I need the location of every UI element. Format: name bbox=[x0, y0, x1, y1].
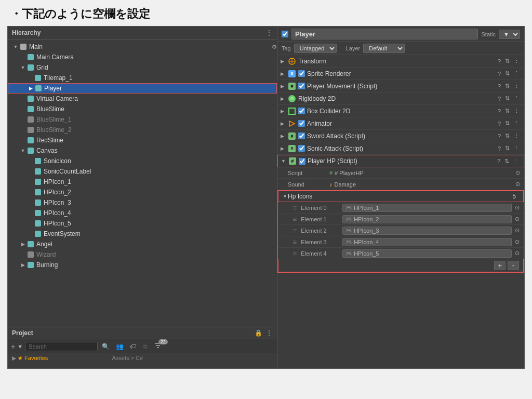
comp-pm-checkbox[interactable] bbox=[298, 83, 305, 89]
comp-transform[interactable]: ▶ Transform ? ⇅ ⋮ bbox=[277, 55, 524, 68]
add-element-btn[interactable]: + bbox=[494, 261, 506, 270]
comp-help-btn[interactable]: ? bbox=[496, 83, 502, 89]
favorites-label[interactable]: ★ Favorites bbox=[18, 355, 48, 361]
layer-dropdown[interactable]: Default bbox=[363, 44, 405, 53]
remove-element-btn[interactable]: - bbox=[508, 261, 519, 270]
comp-player-movement[interactable]: ▶ # Player Movement (Script) ? ⇅ ⋮ bbox=[277, 80, 524, 92]
object-active-checkbox[interactable] bbox=[282, 31, 288, 37]
tree-item-sonicicon[interactable]: SonicIcon bbox=[8, 156, 277, 166]
tree-item-wizard[interactable]: Wizard bbox=[8, 249, 277, 260]
comp-bc-checkbox[interactable] bbox=[298, 108, 305, 114]
comp-layout-btn[interactable]: ⇅ bbox=[503, 108, 511, 114]
tree-item-hpicon3[interactable]: HPIcon_3 bbox=[8, 197, 277, 208]
tree-item-main-camera[interactable]: Main Camera bbox=[8, 52, 277, 62]
tree-item-blueslime1[interactable]: BlueSlime_1 bbox=[8, 114, 277, 125]
comp-help-btn[interactable]: ? bbox=[496, 158, 502, 164]
tree-item-blueslime[interactable]: BlueSlime bbox=[8, 104, 277, 114]
tree-item-grid[interactable]: ▼ Grid bbox=[8, 62, 277, 73]
tag-dropdown[interactable]: Untagged bbox=[294, 44, 337, 53]
static-dropdown[interactable]: ▼ bbox=[499, 30, 520, 39]
tree-item-virtual-camera[interactable]: Virtual Camera bbox=[8, 94, 277, 104]
comp-layout-btn[interactable]: ⇅ bbox=[503, 120, 511, 127]
tree-item-soniccountlabel[interactable]: SonicCountLabel bbox=[8, 166, 277, 177]
comp-help-btn[interactable]: ? bbox=[496, 108, 502, 114]
comp-player-hp[interactable]: ▼ # Player HP (Script) ? ⇅ ⋮ bbox=[277, 155, 524, 167]
comp-layout-btn[interactable]: ⇅ bbox=[503, 145, 511, 152]
comp-help-btn[interactable]: ? bbox=[496, 133, 502, 139]
project-search-input[interactable] bbox=[25, 342, 98, 351]
comp-sonic-attack[interactable]: ▶ # Sonic Attack (Script) ? ⇅ ⋮ bbox=[277, 142, 524, 155]
comp-layout-btn[interactable]: ⇅ bbox=[503, 132, 511, 139]
add-project-btn[interactable]: + bbox=[11, 342, 15, 351]
script-value: # # PlayerHP bbox=[329, 170, 515, 176]
element-circle-btn-3[interactable]: ⊙ bbox=[515, 238, 520, 245]
comp-menu-btn[interactable]: ⋮ bbox=[512, 158, 521, 165]
comp-anim-checkbox[interactable] bbox=[298, 120, 305, 127]
comp-menu-btn[interactable]: ⋮ bbox=[512, 70, 521, 77]
comp-sword-attack[interactable]: ▶ # Sword Attack (Script) ? ⇅ ⋮ bbox=[277, 130, 524, 142]
comp-box-collider[interactable]: ▶ Box Collider 2D ? ⇅ ⋮ bbox=[277, 105, 524, 117]
comp-menu-btn[interactable]: ⋮ bbox=[512, 132, 521, 139]
element-circle-btn-0[interactable]: ⊙ bbox=[515, 204, 520, 211]
project-panel: Project 🔒 ⋮ + ▼ 🔍 👥 🏷 ☆ 22 bbox=[7, 327, 277, 369]
comp-layout-btn[interactable]: ⇅ bbox=[503, 95, 511, 102]
comp-help-btn[interactable]: ? bbox=[496, 58, 502, 64]
comp-menu-btn[interactable]: ⋮ bbox=[512, 108, 521, 114]
add-remove-row: + - bbox=[278, 259, 524, 272]
tree-item-hpicon4[interactable]: HPIcon_4 bbox=[8, 208, 277, 218]
comp-sprite-renderer[interactable]: ▶ S Sprite Renderer ? ⇅ ⋮ bbox=[277, 68, 524, 80]
element-circle-btn-4[interactable]: ⊙ bbox=[515, 250, 520, 257]
element-circle-btn-2[interactable]: ⊙ bbox=[515, 227, 520, 234]
comp-sa-checkbox[interactable] bbox=[298, 132, 305, 139]
tree-item-main[interactable]: ▼ Main ⚙ bbox=[8, 42, 277, 52]
comp-rb-btns: ? ⇅ ⋮ bbox=[496, 95, 521, 102]
comp-help-btn[interactable]: ? bbox=[496, 71, 502, 77]
comp-layout-btn[interactable]: ⇅ bbox=[503, 70, 511, 77]
project-title: Project bbox=[12, 329, 33, 337]
comp-help-btn[interactable]: ? bbox=[496, 96, 502, 102]
comp-animator[interactable]: ▶ Animator ? ⇅ ⋮ bbox=[277, 117, 524, 130]
comp-layout-btn[interactable]: ⇅ bbox=[503, 83, 511, 89]
comp-sonic-checkbox[interactable] bbox=[298, 145, 305, 152]
tree-item-hpicon5[interactable]: HPIcon_5 bbox=[8, 218, 277, 229]
script-circle-btn[interactable]: ⊙ bbox=[515, 169, 520, 176]
comp-menu-btn[interactable]: ⋮ bbox=[512, 83, 521, 89]
comp-help-btn[interactable]: ? bbox=[496, 121, 502, 127]
tree-item-blueslime2[interactable]: BlueSlime_2 bbox=[8, 125, 277, 135]
project-header: Project 🔒 ⋮ bbox=[8, 327, 277, 339]
element-circle-btn-1[interactable]: ⊙ bbox=[515, 216, 520, 222]
comp-sprite-checkbox[interactable] bbox=[298, 70, 305, 77]
inspector-object-name[interactable] bbox=[291, 29, 478, 39]
comp-menu-btn[interactable]: ⋮ bbox=[512, 120, 521, 127]
lock-icon[interactable]: 🔒 bbox=[255, 329, 262, 337]
hierarchy-menu-icon[interactable]: ⋮ bbox=[265, 29, 273, 37]
tree-item-player[interactable]: ▶ Player bbox=[8, 83, 277, 94]
tree-item-tilemap1[interactable]: Tilemap_1 bbox=[8, 73, 277, 83]
comp-hp-checkbox[interactable] bbox=[299, 158, 305, 165]
comp-rigidbody2d[interactable]: ▶ ◎ Rigidbody 2D ? ⇅ ⋮ bbox=[277, 92, 524, 105]
users-icon[interactable]: 👥 bbox=[114, 342, 126, 351]
comp-layout-btn[interactable]: ⇅ bbox=[503, 58, 511, 64]
comp-menu-btn[interactable]: ⋮ bbox=[512, 145, 521, 152]
comp-help-btn[interactable]: ? bbox=[496, 145, 502, 152]
tree-item-canvas[interactable]: ▼ Canvas bbox=[8, 145, 277, 156]
tag-icon[interactable]: 🏷 bbox=[128, 342, 138, 351]
tree-item-angel[interactable]: ▶ Angel bbox=[8, 239, 277, 249]
comp-menu-btn[interactable]: ⋮ bbox=[512, 58, 521, 64]
tree-item-redslime[interactable]: RedSlime bbox=[8, 135, 277, 145]
tree-item-hpicon2[interactable]: HPIcon_2 bbox=[8, 187, 277, 197]
comp-layout-btn[interactable]: ⇅ bbox=[503, 158, 511, 165]
element-value-3: 🎮 HPIcon_4 bbox=[342, 238, 512, 246]
tree-item-burning[interactable]: ▶ Burning bbox=[8, 260, 277, 270]
search-icon[interactable]: 🔍 bbox=[100, 342, 112, 351]
star-icon[interactable]: ☆ bbox=[140, 342, 150, 351]
filter-icon[interactable]: 22 bbox=[152, 341, 164, 351]
project-menu-icon[interactable]: ⋮ bbox=[265, 329, 273, 337]
tree-item-hpicon1[interactable]: HPIcon_1 bbox=[8, 177, 277, 187]
dropdown-project-btn[interactable]: ▼ bbox=[17, 343, 23, 350]
hierarchy-settings-icon[interactable]: ⚙ bbox=[272, 44, 277, 50]
comp-menu-btn[interactable]: ⋮ bbox=[512, 95, 521, 102]
comp-anim-btns: ? ⇅ ⋮ bbox=[496, 120, 521, 127]
sound-circle-btn[interactable]: ⊙ bbox=[515, 181, 520, 188]
tree-item-eventsystem[interactable]: EventSystem bbox=[8, 229, 277, 239]
